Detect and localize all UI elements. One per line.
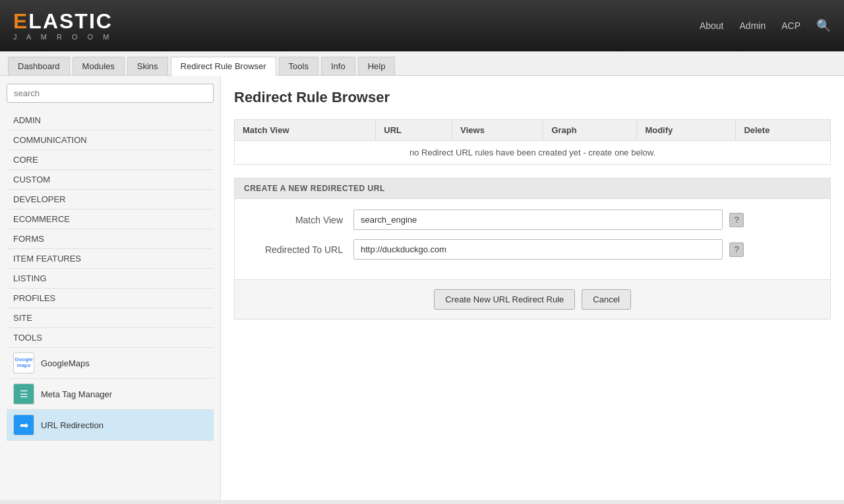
about-link[interactable]: About	[700, 20, 724, 31]
urlredir-icon: ➡	[13, 414, 34, 435]
tab-help[interactable]: Help	[358, 57, 396, 75]
create-form-header: CREATE A NEW REDIRECTED URL	[234, 178, 831, 199]
match-view-label: Match View	[248, 215, 353, 225]
urlredir-label: URL Redirection	[41, 420, 104, 430]
sidebar-item-admin[interactable]: ADMIN	[7, 111, 214, 130]
col-views: Views	[452, 120, 543, 141]
sidebar-item-forms[interactable]: FORMS	[7, 229, 214, 249]
tab-redirect-rule-browser[interactable]: Redirect Rule Browser	[171, 57, 276, 76]
search-input[interactable]	[7, 84, 214, 103]
header-search-icon[interactable]: 🔍	[816, 18, 831, 33]
match-view-help-button[interactable]: ?	[729, 213, 744, 227]
redirected-url-row: Redirected To URL ?	[248, 239, 817, 260]
redirected-url-help-button[interactable]: ?	[729, 242, 744, 257]
header-nav: About Admin ACP 🔍	[700, 18, 831, 33]
redirect-rules-table: Match View URL Views Graph Modify Delete…	[234, 119, 831, 165]
redirected-url-label: Redirected To URL	[248, 244, 353, 255]
redirected-url-input[interactable]	[353, 239, 723, 260]
acp-link[interactable]: ACP	[781, 20, 800, 31]
googlemaps-label: GoogleMaps	[41, 358, 90, 368]
logo-elastic: EELASTICLASTIC	[13, 11, 113, 32]
tab-dashboard[interactable]: Dashboard	[8, 57, 70, 75]
layout: ADMIN COMMUNICATION CORE CUSTOM DEVELOPE…	[0, 76, 844, 500]
metatag-label: Meta Tag Manager	[41, 389, 112, 399]
sidebar-item-item-features[interactable]: ITEM FEATURES	[7, 249, 214, 269]
plugin-metatag[interactable]: ☰ Meta Tag Manager	[7, 379, 214, 410]
metatag-icon: ☰	[13, 383, 34, 405]
sidebar: ADMIN COMMUNICATION CORE CUSTOM DEVELOPE…	[0, 76, 221, 500]
plugin-googlemaps[interactable]: Googlemaps GoogleMaps	[7, 348, 214, 379]
sidebar-item-custom[interactable]: CUSTOM	[7, 170, 214, 190]
admin-link[interactable]: Admin	[740, 20, 766, 31]
plugin-urlredirection[interactable]: ➡ URL Redirection	[7, 410, 214, 441]
top-tab-bar: Dashboard Modules Skins Redirect Rule Br…	[0, 51, 844, 76]
tab-tools[interactable]: Tools	[279, 57, 318, 75]
main-content: Redirect Rule Browser Match View URL Vie…	[221, 76, 844, 500]
tab-skins[interactable]: Skins	[127, 57, 168, 75]
col-modify: Modify	[637, 120, 736, 141]
sidebar-item-developer[interactable]: DEVELOPER	[7, 190, 214, 210]
googlemaps-icon: Googlemaps	[13, 352, 34, 374]
sidebar-item-listing[interactable]: LISTING	[7, 269, 214, 289]
table-empty-row: no Redirect URL rules have been created …	[235, 141, 831, 165]
match-view-row: Match View ?	[248, 210, 817, 230]
col-graph: Graph	[543, 120, 637, 141]
sidebar-item-tools[interactable]: TOOLS	[7, 328, 214, 348]
header: EELASTICLASTIC J A M R O O M About Admin…	[0, 0, 844, 51]
cancel-button[interactable]: Cancel	[582, 289, 630, 310]
col-match-view: Match View	[235, 120, 376, 141]
sidebar-item-ecommerce[interactable]: ECOMMERCE	[7, 210, 214, 229]
sidebar-item-communication[interactable]: COMMUNICATION	[7, 130, 214, 150]
logo: EELASTICLASTIC J A M R O O M	[13, 11, 113, 41]
col-delete: Delete	[736, 120, 831, 141]
empty-message: no Redirect URL rules have been created …	[235, 141, 831, 165]
match-view-input[interactable]	[353, 210, 723, 230]
sidebar-item-site[interactable]: SITE	[7, 308, 214, 328]
sidebar-item-core[interactable]: CORE	[7, 150, 214, 170]
col-url: URL	[376, 120, 452, 141]
sidebar-item-profiles[interactable]: PROFILES	[7, 289, 214, 308]
logo-jamroom: J A M R O O M	[13, 33, 113, 41]
page-title: Redirect Rule Browser	[234, 89, 831, 106]
tab-info[interactable]: Info	[321, 57, 355, 75]
tab-modules[interactable]: Modules	[73, 57, 125, 75]
create-form: Match View ? Redirected To URL ?	[234, 199, 831, 280]
form-actions: Create New URL Redirect Rule Cancel	[234, 280, 831, 320]
create-redirect-rule-button[interactable]: Create New URL Redirect Rule	[434, 289, 575, 310]
